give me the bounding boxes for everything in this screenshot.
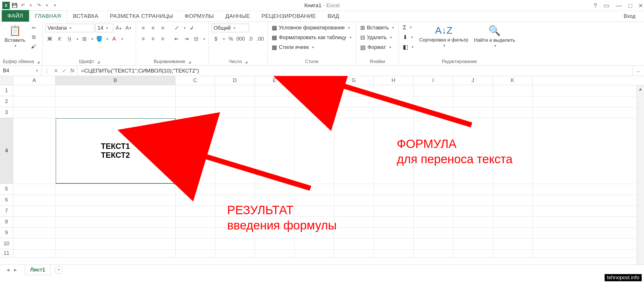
row-header-7[interactable]: 7 xyxy=(0,206,13,216)
col-header-K[interactable]: K xyxy=(493,76,532,85)
customize-qat[interactable]: ▼ xyxy=(52,2,58,9)
undo-dropdown[interactable]: ▼ xyxy=(28,2,34,9)
increase-decimal-button[interactable]: .0 xyxy=(246,35,255,43)
clipboard-dialog-launcher[interactable]: ◢ xyxy=(37,60,39,64)
row-header-3[interactable]: 3 xyxy=(0,107,13,118)
redo-button[interactable]: ↷ xyxy=(36,2,42,9)
maximize-button[interactable]: □ xyxy=(628,2,632,10)
col-header-B[interactable]: B xyxy=(55,76,175,85)
login-link[interactable]: Вход xyxy=(624,13,635,19)
decrease-font-button[interactable]: A▼ xyxy=(124,24,133,32)
tab-formulas[interactable]: ФОРМУЛЫ xyxy=(179,11,220,22)
currency-button[interactable]: $ xyxy=(212,35,220,43)
format-painter-button[interactable]: 🖌 xyxy=(29,42,38,51)
col-header-F[interactable]: F xyxy=(294,76,334,85)
fill-color-button[interactable]: 🪣 xyxy=(95,35,103,43)
decrease-decimal-button[interactable]: .00 xyxy=(256,35,264,43)
wrap-text-button[interactable]: ↲ xyxy=(187,24,196,32)
row-header-2[interactable]: 2 xyxy=(0,96,13,107)
add-sheet-button[interactable]: + xyxy=(55,266,63,274)
row-header-10[interactable]: 10 xyxy=(0,238,13,249)
font-size-combo[interactable]: 14▼ xyxy=(95,24,113,32)
enter-formula-button[interactable]: ✓ xyxy=(62,68,66,74)
underline-dropdown[interactable]: ▼ xyxy=(76,37,79,41)
minimize-button[interactable]: — xyxy=(616,2,622,10)
align-bottom-button[interactable]: ≡ xyxy=(158,24,167,32)
align-middle-button[interactable]: ≡ xyxy=(149,24,157,32)
tab-insert[interactable]: ВСТАВКА xyxy=(67,11,104,22)
sort-filter-button[interactable]: A↓Z Сортировка и фильтр▼ xyxy=(417,24,470,48)
row-header-1[interactable]: 1 xyxy=(0,85,13,96)
row-header-5[interactable]: 5 xyxy=(0,184,13,195)
row-header-11[interactable]: 11 xyxy=(0,249,13,257)
cut-button[interactable]: ✂ xyxy=(29,24,38,32)
row-header-6[interactable]: 6 xyxy=(0,195,13,206)
increase-indent-button[interactable]: ⇥ xyxy=(182,35,191,43)
col-header-H[interactable]: H xyxy=(374,76,413,85)
increase-font-button[interactable]: A▲ xyxy=(114,24,123,32)
tab-data[interactable]: ДАННЫЕ xyxy=(220,11,256,22)
comma-button[interactable]: 000 xyxy=(236,35,245,43)
cell-area[interactable]: ТЕКСТ1 ТЕКСТ2 xyxy=(13,85,644,257)
tab-file[interactable]: ФАЙЛ xyxy=(2,10,29,22)
number-dialog-launcher[interactable]: ◢ xyxy=(245,60,247,64)
orientation-button[interactable]: ⤢ xyxy=(172,24,181,32)
copy-button[interactable]: ⧉ xyxy=(29,33,38,41)
tab-page-layout[interactable]: РАЗМЕТКА СТРАНИЦЫ xyxy=(104,11,179,22)
cell-B4[interactable]: ТЕКСТ1 ТЕКСТ2 xyxy=(55,118,175,184)
paste-button[interactable]: 📋 Вставить ▼ xyxy=(3,24,27,49)
borders-button[interactable]: ⊞ xyxy=(80,35,89,43)
font-color-button[interactable]: A xyxy=(110,35,118,43)
tab-view[interactable]: ВИД xyxy=(322,11,345,22)
align-top-button[interactable]: ≡ xyxy=(139,24,147,32)
decrease-indent-button[interactable]: ⇤ xyxy=(172,35,181,43)
find-select-button[interactable]: 🔍 Найти и выделить▼ xyxy=(472,24,517,49)
col-header-G[interactable]: G xyxy=(334,76,374,85)
font-dialog-launcher[interactable]: ◢ xyxy=(97,60,99,64)
align-center-button[interactable]: ≡ xyxy=(149,35,157,43)
align-left-button[interactable]: ≡ xyxy=(139,35,147,43)
redo-dropdown[interactable]: ▼ xyxy=(44,2,50,9)
format-as-table-button[interactable]: ▦Форматировать как таблицу▼ xyxy=(271,33,353,41)
row-header-9[interactable]: 9 xyxy=(0,227,13,238)
percent-button[interactable]: % xyxy=(227,35,235,43)
col-header-E[interactable]: E xyxy=(255,76,294,85)
cell-styles-button[interactable]: ▦Стили ячеек▼ xyxy=(271,43,316,51)
help-icon[interactable]: ? xyxy=(593,2,597,10)
clear-button[interactable]: ◧▼ xyxy=(402,43,415,51)
tab-home[interactable]: ГЛАВНАЯ xyxy=(29,10,67,22)
fill-button[interactable]: ⬇▼ xyxy=(402,33,415,41)
align-right-button[interactable]: ≡ xyxy=(158,35,167,43)
merge-button[interactable]: ⊟ xyxy=(192,35,200,43)
sheet-nav-prev[interactable]: ◄ xyxy=(6,267,10,273)
row-header-4[interactable]: 4 xyxy=(0,118,13,184)
formula-input[interactable]: =СЦЕПИТЬ("ТЕКСТ1";СИМВОЛ(10);"ТЕКСТ2") xyxy=(78,66,632,76)
scroll-up-button[interactable]: ▲ xyxy=(637,85,644,93)
underline-button[interactable]: Ч xyxy=(65,35,74,43)
col-header-I[interactable]: I xyxy=(413,76,453,85)
sheet-tab-1[interactable]: Лист1 xyxy=(25,265,51,275)
close-button[interactable]: × xyxy=(639,1,643,10)
sheet-nav-next[interactable]: ► xyxy=(13,267,18,273)
expand-formula-bar-button[interactable]: ⌄ xyxy=(632,66,644,76)
name-box[interactable]: B4▼ xyxy=(0,66,42,76)
font-name-combo[interactable]: Verdana▼ xyxy=(45,24,94,32)
number-format-combo[interactable]: Общий▼ xyxy=(212,24,249,32)
alignment-dialog-launcher[interactable]: ◢ xyxy=(188,60,191,64)
insert-cells-button[interactable]: ⊞Вставить▼ xyxy=(359,24,396,32)
format-cells-button[interactable]: ▤Формат▼ xyxy=(359,43,393,51)
save-button[interactable]: 💾 xyxy=(12,2,18,9)
cancel-formula-button[interactable]: ✕ xyxy=(54,68,58,74)
ribbon-options-icon[interactable]: ▭ xyxy=(603,2,610,10)
col-header-J[interactable]: J xyxy=(453,76,493,85)
col-header-D[interactable]: D xyxy=(215,76,255,85)
col-header-A[interactable]: A xyxy=(13,76,55,85)
tab-review[interactable]: РЕЦЕНЗИРОВАНИЕ xyxy=(256,11,322,22)
select-all-button[interactable] xyxy=(0,76,13,85)
bold-button[interactable]: Ж xyxy=(45,35,54,43)
col-header-C[interactable]: C xyxy=(175,76,215,85)
delete-cells-button[interactable]: ⊟Удалить▼ xyxy=(359,33,394,41)
autosum-button[interactable]: Σ▼ xyxy=(402,24,415,31)
insert-function-button[interactable]: fx xyxy=(70,68,74,74)
undo-button[interactable]: ↶ xyxy=(20,2,26,9)
